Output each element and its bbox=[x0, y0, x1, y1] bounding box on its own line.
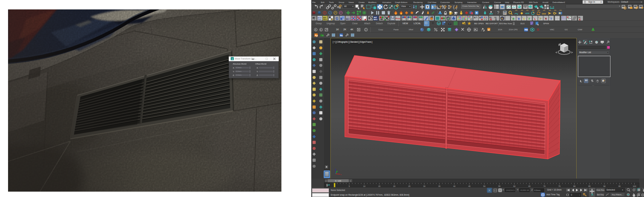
svg-text:{: { bbox=[453, 5, 454, 9]
svg-text:R: R bbox=[567, 16, 568, 18]
svg-text:Fp: Fp bbox=[315, 34, 318, 37]
svg-text:HDRI: HDRI bbox=[525, 12, 529, 14]
svg-text:QR: QR bbox=[437, 22, 441, 25]
svg-text:R: R bbox=[474, 16, 475, 19]
svg-text:Rc: Rc bbox=[340, 34, 343, 37]
svg-text:x: x bbox=[340, 173, 341, 175]
svg-text:[ + ] [ Orthographic ] [ Stand: [ + ] [ Orthographic ] [ Standard ] [ Ed… bbox=[333, 41, 372, 43]
svg-text:X: X bbox=[486, 16, 487, 18]
svg-text:Y: Y bbox=[484, 18, 485, 21]
svg-text:C: C bbox=[470, 18, 472, 21]
svg-text:F: F bbox=[528, 17, 530, 21]
svg-text:T: T bbox=[550, 17, 552, 21]
svg-text:C: C bbox=[523, 17, 525, 21]
svg-text:Track: Track bbox=[317, 18, 321, 20]
svg-text:3: 3 bbox=[431, 5, 433, 9]
svg-text:?: ? bbox=[449, 5, 451, 9]
svg-text:Prop: Prop bbox=[395, 17, 400, 19]
svg-text:X: X bbox=[579, 17, 581, 20]
svg-text:MAP: MAP bbox=[323, 16, 326, 18]
svg-text:Z: Z bbox=[486, 18, 487, 21]
svg-text:B: B bbox=[518, 17, 520, 21]
svg-text:INFO: INFO bbox=[373, 18, 377, 20]
svg-text:PATH: PATH bbox=[323, 18, 326, 20]
svg-text:V: V bbox=[501, 17, 503, 20]
svg-text:A: A bbox=[315, 29, 317, 31]
svg-text:R: R bbox=[545, 17, 547, 21]
svg-text:RB: RB bbox=[525, 29, 528, 31]
svg-text:Asset: Asset bbox=[317, 16, 321, 18]
svg-text:?: ? bbox=[434, 5, 436, 9]
svg-text:B: B bbox=[512, 17, 514, 21]
svg-text:G: G bbox=[335, 17, 338, 21]
svg-text:S: S bbox=[495, 17, 497, 20]
svg-text:U: U bbox=[488, 28, 489, 31]
svg-text:1010: 1010 bbox=[542, 13, 546, 15]
svg-text:L: L bbox=[534, 17, 536, 21]
svg-text:Old: Old bbox=[391, 18, 394, 20]
svg-text:MAT: MAT bbox=[374, 16, 377, 18]
svg-text:$: $ bbox=[320, 29, 322, 31]
svg-text:R: R bbox=[484, 16, 485, 18]
svg-text:D: D bbox=[537, 28, 539, 31]
svg-text:R: R bbox=[479, 16, 481, 19]
svg-text:R: R bbox=[490, 17, 492, 20]
svg-text:P: P bbox=[539, 17, 541, 21]
